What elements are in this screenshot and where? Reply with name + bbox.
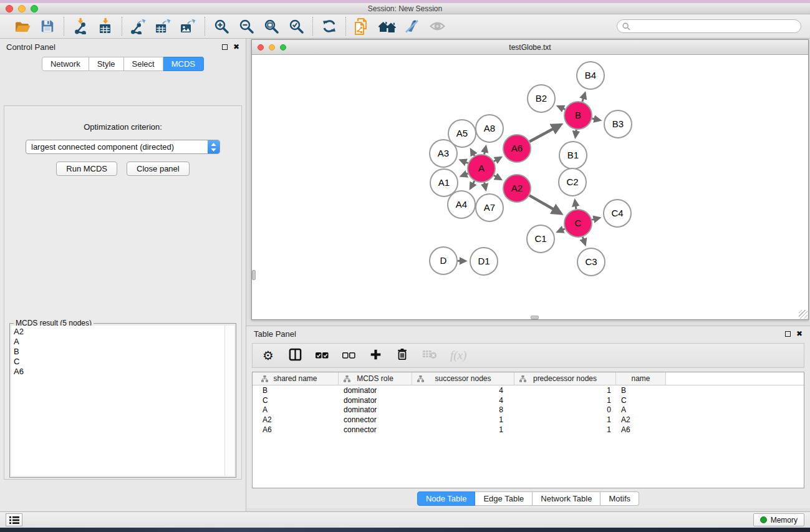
tab-network[interactable]: Network: [42, 57, 89, 71]
node-A7[interactable]: A7: [476, 194, 503, 221]
close-panel-icon[interactable]: ✖: [233, 43, 239, 51]
edge-A-A2[interactable]: [494, 175, 501, 179]
edge-A-A5[interactable]: [471, 150, 474, 156]
add-column-button[interactable]: [369, 348, 382, 363]
edge-C-C1[interactable]: [558, 229, 565, 232]
network-canvas[interactable]: AA1A2A3A4A5A6A7A8BB1B2B3B4CC1C2C3C4DD1: [252, 55, 808, 319]
close-table-panel-icon[interactable]: ✖: [796, 330, 803, 337]
mcds-result-item[interactable]: A2: [14, 327, 224, 337]
save-session-button[interactable]: [39, 18, 55, 34]
edge-B-B4[interactable]: [582, 93, 585, 102]
table-row[interactable]: Cdominator41C: [253, 395, 804, 405]
edge-A-A6[interactable]: [494, 158, 501, 162]
show-hide-button[interactable]: [429, 18, 445, 34]
zoom-out-button[interactable]: [238, 18, 254, 34]
memory-button[interactable]: Memory: [753, 513, 804, 526]
tab-node-table[interactable]: Node Table: [417, 491, 476, 506]
close-panel-button[interactable]: Close panel: [127, 162, 190, 176]
deselect-all-rows-button[interactable]: [342, 348, 355, 363]
edge-A-A7[interactable]: [485, 183, 486, 190]
import-table-button[interactable]: [97, 18, 113, 34]
table-settings-button[interactable]: ⚙: [261, 348, 275, 363]
node-A1[interactable]: A1: [430, 169, 458, 196]
table-row[interactable]: A6connector11A6: [253, 425, 804, 435]
network-close-button[interactable]: [258, 44, 264, 51]
edge-C-C3[interactable]: [582, 237, 585, 244]
node-C2[interactable]: C2: [559, 168, 586, 196]
canvas-vertical-scrollbar[interactable]: [252, 270, 256, 280]
canvas-horizontal-scrollbar[interactable]: [531, 316, 539, 319]
tab-motifs[interactable]: Motifs: [600, 491, 639, 506]
mcds-result-item[interactable]: A6: [14, 367, 224, 377]
node-B4[interactable]: B4: [577, 62, 604, 89]
edge-A6-B[interactable]: [529, 125, 560, 142]
node-A4[interactable]: A4: [448, 191, 475, 218]
node-C[interactable]: C: [564, 210, 592, 237]
refresh-layout-button[interactable]: [321, 18, 337, 34]
close-window-button[interactable]: [6, 5, 13, 12]
open-file-button[interactable]: [14, 18, 31, 34]
criterion-dropdown[interactable]: largest connected component (directed): [26, 140, 220, 154]
mcds-result-item[interactable]: B: [14, 347, 224, 357]
network-minimize-button[interactable]: [269, 44, 275, 51]
edge-A2-C[interactable]: [529, 195, 561, 213]
edge-B-B2[interactable]: [558, 106, 565, 109]
zoom-window-button[interactable]: [31, 5, 38, 12]
zoom-fit-button[interactable]: [263, 18, 279, 34]
search-box[interactable]: [617, 19, 801, 33]
node-B[interactable]: B: [564, 102, 592, 129]
export-network-button[interactable]: [130, 18, 147, 34]
export-table-button[interactable]: [155, 18, 171, 34]
window-resize-grip[interactable]: [799, 310, 808, 319]
node-A5[interactable]: A5: [448, 120, 476, 147]
column-header-successor-nodes[interactable]: successor nodes: [412, 372, 514, 385]
table-row[interactable]: Adominator80A: [253, 405, 804, 415]
network-zoom-button[interactable]: [280, 44, 286, 51]
task-history-button[interactable]: [6, 513, 22, 526]
tab-select[interactable]: Select: [124, 57, 163, 71]
tab-network-table[interactable]: Network Table: [533, 491, 600, 506]
node-A2[interactable]: A2: [503, 175, 531, 202]
float-table-panel-icon[interactable]: [785, 331, 791, 337]
node-B1[interactable]: B1: [559, 142, 587, 169]
node-B2[interactable]: B2: [528, 85, 555, 112]
mcds-result-item[interactable]: A: [14, 337, 224, 347]
float-panel-icon[interactable]: [222, 44, 228, 50]
zoom-in-button[interactable]: [213, 18, 229, 34]
export-image-button[interactable]: [180, 18, 196, 34]
node-C1[interactable]: C1: [527, 225, 554, 253]
import-network-button[interactable]: [72, 18, 89, 34]
tab-style[interactable]: Style: [89, 57, 124, 71]
edge-A-A3[interactable]: [461, 160, 468, 163]
node-C3[interactable]: C3: [577, 248, 605, 276]
node-D1[interactable]: D1: [470, 248, 498, 275]
result-scrollbar[interactable]: [225, 326, 234, 476]
delete-column-button[interactable]: [395, 348, 409, 363]
mcds-result-list[interactable]: A2ABCA6: [11, 326, 225, 476]
column-header-shared-name[interactable]: shared name: [253, 372, 339, 385]
hide-labels-button[interactable]: [404, 18, 420, 34]
show-columns-button[interactable]: [288, 348, 302, 363]
run-mcds-button[interactable]: Run MCDS: [56, 162, 117, 176]
edge-A-A1[interactable]: [461, 173, 468, 176]
edge-A-A8[interactable]: [485, 147, 486, 154]
home-button[interactable]: [379, 18, 395, 34]
node-C4[interactable]: C4: [604, 200, 631, 227]
table-row[interactable]: A2connector11A2: [253, 415, 804, 425]
tab-mcds[interactable]: MCDS: [163, 57, 204, 71]
edge-B-B3[interactable]: [592, 118, 599, 120]
edge-C-C4[interactable]: [592, 218, 599, 220]
column-header-predecessor-nodes[interactable]: predecessor nodes: [514, 372, 616, 385]
edge-B-B1[interactable]: [576, 130, 576, 137]
edge-C-C2[interactable]: [575, 201, 576, 210]
node-A8[interactable]: A8: [476, 115, 503, 142]
search-input[interactable]: [634, 22, 796, 31]
node-A6[interactable]: A6: [503, 135, 531, 162]
mcds-result-item[interactable]: C: [14, 357, 224, 367]
edge-A-A4[interactable]: [470, 181, 474, 188]
table-row[interactable]: Bdominator41B: [253, 385, 804, 395]
clone-network-button[interactable]: [354, 18, 370, 34]
node-B3[interactable]: B3: [604, 110, 632, 138]
select-all-rows-button[interactable]: [315, 348, 329, 363]
node-A[interactable]: A: [468, 155, 495, 182]
